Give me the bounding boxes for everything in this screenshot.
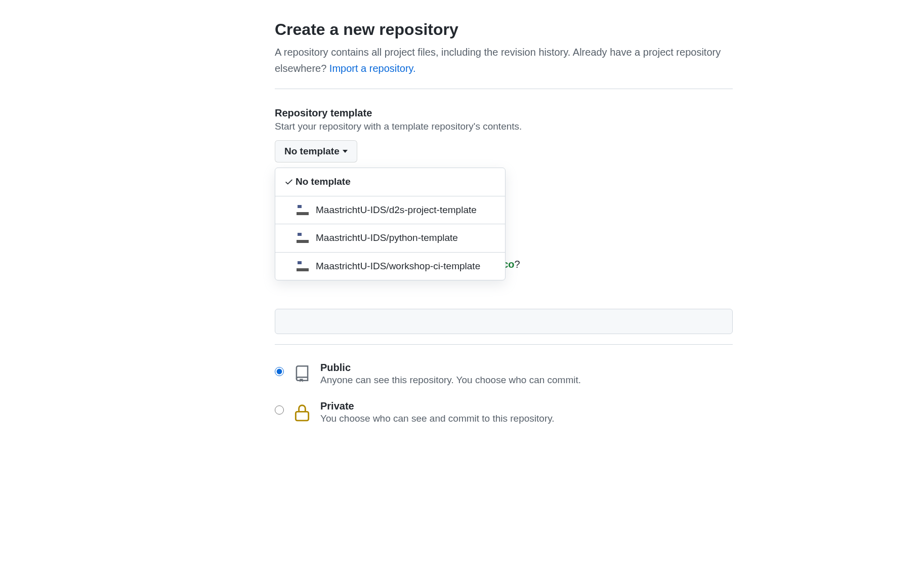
template-option-label: MaastrichtU-IDS/workshop-ci-template <box>316 260 480 273</box>
template-option-python[interactable]: MaastrichtU-IDS/python-template <box>275 224 505 253</box>
template-option-label: No template <box>296 175 351 189</box>
public-desc: Anyone can see this repository. You choo… <box>320 375 581 386</box>
template-section-desc: Start your repository with a template re… <box>275 121 733 132</box>
divider <box>275 89 733 89</box>
org-avatar-icon <box>297 204 309 216</box>
template-dropdown-label: No template <box>284 146 340 157</box>
public-radio[interactable] <box>275 367 284 376</box>
template-option-none[interactable]: No template <box>275 168 505 196</box>
description-input[interactable] <box>275 309 733 334</box>
svg-rect-0 <box>296 412 308 420</box>
visibility-public-option[interactable]: Public Anyone can see this repository. Y… <box>275 362 733 386</box>
name-hint-qmark: ? <box>515 259 520 270</box>
template-option-label: MaastrichtU-IDS/python-template <box>316 231 458 245</box>
caret-down-icon <box>343 150 348 153</box>
private-desc: You choose who can see and commit to thi… <box>320 413 555 424</box>
divider <box>275 344 733 345</box>
org-avatar-icon <box>297 260 309 272</box>
template-section-title: Repository template <box>275 107 733 119</box>
template-dropdown-button[interactable]: No template <box>275 140 357 162</box>
lock-icon <box>292 400 312 425</box>
public-title: Public <box>320 362 581 374</box>
page-subtitle: A repository contains all project files,… <box>275 44 733 76</box>
repo-icon <box>292 362 312 386</box>
page-title: Create a new repository <box>275 20 733 39</box>
private-radio[interactable] <box>275 405 284 415</box>
template-option-d2s[interactable]: MaastrichtU-IDS/d2s-project-template <box>275 196 505 225</box>
visibility-private-option[interactable]: Private You choose who can see and commi… <box>275 400 733 425</box>
import-repository-link[interactable]: Import a repository. <box>329 63 416 74</box>
private-title: Private <box>320 400 555 412</box>
template-option-label: MaastrichtU-IDS/d2s-project-template <box>316 203 477 217</box>
template-dropdown-menu: No template MaastrichtU-IDS/d2s-project-… <box>275 168 506 280</box>
org-avatar-icon <box>297 232 309 244</box>
check-icon <box>284 177 296 186</box>
template-option-workshop[interactable]: MaastrichtU-IDS/workshop-ci-template <box>275 253 505 280</box>
